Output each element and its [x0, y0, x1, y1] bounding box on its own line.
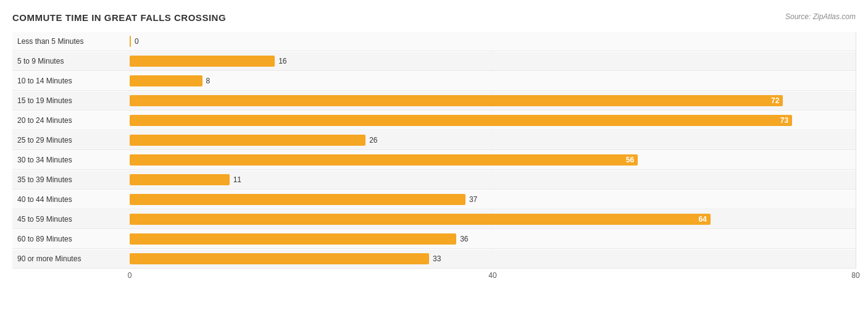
bar-value-outside: 33 — [433, 254, 441, 263]
bar-row: 30 to 34 Minutes56 — [12, 151, 856, 170]
chart-source: Source: ZipAtlas.com — [785, 12, 856, 21]
bar-label: 35 to 39 Minutes — [12, 175, 130, 184]
bar-label: Less than 5 Minutes — [12, 37, 130, 46]
bar-fill — [130, 253, 429, 264]
bar-value-outside: 0 — [135, 37, 139, 46]
chart-title: COMMUTE TIME IN GREAT FALLS CROSSING — [12, 12, 856, 23]
bar-fill: 64 — [130, 214, 711, 225]
bar-fill: 72 — [130, 95, 783, 106]
bars-section: Less than 5 Minutes05 to 9 Minutes1610 t… — [12, 32, 856, 269]
bar-value-inside: 73 — [780, 116, 788, 125]
bar-value-outside: 11 — [233, 175, 241, 184]
bar-fill — [130, 174, 230, 185]
bar-fill — [130, 75, 202, 86]
bar-value-inside: 72 — [771, 96, 779, 105]
bar-label: 25 to 29 Minutes — [12, 136, 130, 145]
bar-row: 40 to 44 Minutes37 — [12, 190, 856, 209]
bar-value-outside: 36 — [460, 235, 468, 243]
bar-value-outside: 16 — [278, 57, 286, 65]
bar-fill: 56 — [130, 154, 638, 166]
bar-label: 90 or more Minutes — [12, 254, 130, 263]
bar-label: 30 to 34 Minutes — [12, 156, 130, 164]
bar-label: 40 to 44 Minutes — [12, 195, 130, 204]
bar-track: 64 — [130, 210, 856, 229]
x-axis: 04080 — [130, 269, 856, 287]
bar-row: 35 to 39 Minutes11 — [12, 170, 856, 190]
bar-track: 0 — [130, 32, 856, 51]
bar-row: 20 to 24 Minutes73 — [12, 111, 856, 130]
x-tick: 80 — [851, 271, 859, 280]
bar-track: 16 — [130, 52, 856, 70]
bar-fill — [130, 194, 465, 205]
bar-row: 90 or more Minutes33 — [12, 250, 856, 269]
chart-area: Less than 5 Minutes05 to 9 Minutes1610 t… — [12, 32, 856, 287]
bar-label: 15 to 19 Minutes — [12, 96, 130, 105]
bar-fill — [130, 233, 456, 245]
bar-track: 11 — [130, 170, 856, 189]
bar-fill — [130, 36, 131, 47]
bar-fill — [130, 56, 275, 67]
bar-track: 36 — [130, 230, 856, 248]
bar-track: 8 — [130, 72, 856, 90]
bar-label: 45 to 59 Minutes — [12, 215, 130, 224]
x-tick: 40 — [488, 271, 496, 280]
bar-label: 60 to 89 Minutes — [12, 235, 130, 243]
bar-track: 56 — [130, 151, 856, 169]
bar-label: 20 to 24 Minutes — [12, 116, 130, 125]
bar-track: 37 — [130, 190, 856, 209]
bar-label: 10 to 14 Minutes — [12, 77, 130, 85]
bar-track: 72 — [130, 91, 856, 110]
bar-row: 10 to 14 Minutes8 — [12, 72, 856, 91]
chart-container: COMMUTE TIME IN GREAT FALLS CROSSING Sou… — [0, 0, 868, 323]
bar-value-outside: 37 — [469, 195, 477, 204]
bar-track: 26 — [130, 131, 856, 149]
bar-row: 25 to 29 Minutes26 — [12, 131, 856, 150]
bar-value-outside: 8 — [206, 77, 211, 85]
bar-row: 45 to 59 Minutes64 — [12, 210, 856, 229]
bar-value-inside: 56 — [626, 156, 634, 164]
bar-fill — [130, 135, 365, 146]
grid-line-100 — [856, 32, 856, 269]
bar-value-outside: 26 — [369, 136, 377, 145]
x-tick: 0 — [128, 271, 132, 280]
bar-row: 15 to 19 Minutes72 — [12, 91, 856, 111]
bar-track: 33 — [130, 250, 856, 268]
bar-fill: 73 — [130, 115, 792, 126]
bar-row: 5 to 9 Minutes16 — [12, 52, 856, 71]
bar-row: Less than 5 Minutes0 — [12, 32, 856, 51]
bar-track: 73 — [130, 111, 856, 130]
bar-label: 5 to 9 Minutes — [12, 57, 130, 65]
bar-value-inside: 64 — [698, 215, 706, 224]
bar-row: 60 to 89 Minutes36 — [12, 230, 856, 249]
